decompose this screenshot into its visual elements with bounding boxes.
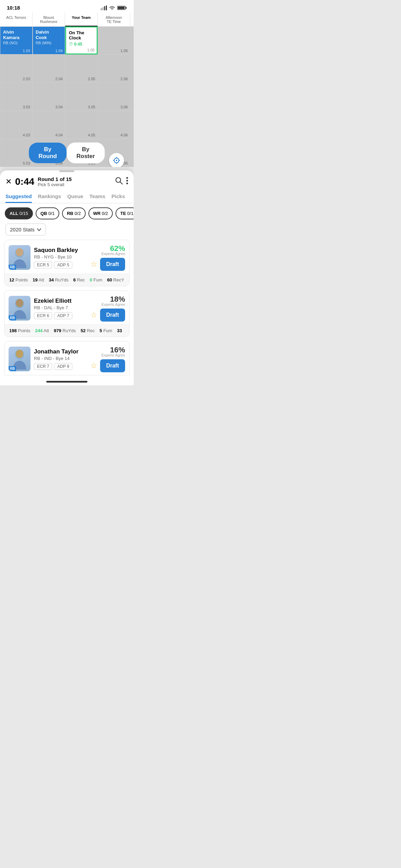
elliott-stats: 198 Points 244 Att 979 RuYds 52 Rec 5 Fu… [4, 324, 129, 337]
status-time: 10:18 [7, 5, 20, 11]
svg-rect-1 [102, 7, 104, 10]
draft-cell-4-2: 4.04 [33, 111, 65, 139]
tab-queue[interactable]: Queue [67, 190, 83, 203]
team-header-britt: Britt tBulle... [130, 13, 134, 26]
draft-cell-1-5 [130, 26, 134, 55]
player-name-cook: DalvinCook [36, 29, 62, 40]
draft-cell-1-4: 1.06 [98, 26, 130, 55]
taylor-star-button[interactable]: ☆ [90, 361, 97, 370]
pick-1-4: 1.06 [121, 49, 128, 53]
pos-filter-wr[interactable]: WR 0/2 [88, 207, 113, 219]
panel-more-button[interactable] [126, 177, 128, 186]
clock-icon: ⏱ [69, 42, 73, 47]
more-icon [126, 177, 128, 184]
svg-rect-2 [104, 6, 105, 10]
barkley-stats: 12 Points 19 Att 34 RuYds 6 Rec 0 Fum 60… [4, 274, 129, 286]
draft-cell-3-2: 3.04 [33, 83, 65, 111]
player-card-barkley-top: RB Saquon Barkley RB - NYG - Bye 10 ECR … [4, 240, 129, 274]
draft-cell-2-5 [130, 55, 134, 83]
svg-rect-5 [126, 7, 127, 9]
taylor-tags: ECR 7 ADP 9 [34, 363, 90, 370]
position-filters: ALL 0/15 QB 0/1 RB 0/2 WR 0/2 TE 0/1 FLX… [0, 203, 134, 224]
player-avatar-barkley: RB [9, 245, 31, 270]
on-clock-time: 0:45 [74, 42, 82, 47]
tab-picks[interactable]: Picks [111, 190, 125, 203]
barkley-star-button[interactable]: ☆ [90, 260, 97, 269]
draft-cell-4-3: 4.05 [65, 111, 98, 139]
pos-filter-qb[interactable]: QB 0/1 [36, 207, 59, 219]
draft-cell-5-5 [130, 139, 134, 167]
draft-cell-2-2: 2.04 [33, 55, 65, 83]
elliott-star-button[interactable]: ☆ [90, 311, 97, 320]
taylor-pos-badge: RB [9, 366, 16, 371]
taylor-agree-label: Experts Agree [101, 353, 125, 357]
tab-rankings[interactable]: Rankings [38, 190, 61, 203]
tab-teams[interactable]: Teams [89, 190, 105, 203]
stat-item: 12 Points [9, 277, 28, 282]
team-header-acl: ACL Terrors [0, 13, 33, 26]
stats-dropdown[interactable]: 2020 Stats [5, 224, 46, 236]
barkley-draft-button[interactable]: Draft [100, 258, 125, 271]
on-clock-pick: 1.05 [87, 48, 95, 52]
svg-point-21 [16, 299, 23, 307]
team-header-afternoon: AfternoonTE Time [98, 13, 130, 26]
crosshair-button[interactable] [109, 153, 124, 167]
stat-item: 60 RecY [107, 277, 124, 282]
battery-icon [117, 5, 127, 10]
draft-cell-4-1: 4.03 [0, 111, 33, 139]
tab-suggested[interactable]: Suggested [5, 190, 32, 203]
pick-num-kamara: 1.03 [23, 49, 30, 53]
svg-line-14 [120, 182, 123, 184]
svg-point-8 [116, 160, 117, 161]
by-round-button[interactable]: By Round [29, 143, 66, 163]
pick-num-cook: 1.04 [56, 49, 63, 53]
elliott-pos-badge: RB [9, 315, 16, 321]
panel-close-button[interactable]: ✕ [5, 177, 12, 186]
barkley-name: Saquon Barkley [34, 247, 90, 254]
panel-timer: 0:44 [15, 176, 34, 187]
barkley-ecr: ECR 5 [34, 262, 52, 268]
team-header-your: Your Team [65, 13, 98, 26]
svg-point-17 [126, 183, 128, 184]
pos-filter-rb[interactable]: RB 0/2 [62, 207, 85, 219]
stats-dropdown-label: 2020 Stats [10, 227, 35, 232]
player-pos-kamara: RB (NO) [3, 41, 29, 45]
player-avatar-elliott: RB [9, 296, 31, 321]
crosshair-icon [113, 157, 120, 164]
chevron-down-icon [37, 228, 41, 231]
draft-row-2: 2.03 2.04 2.05 2.06 [0, 55, 134, 83]
player-info-taylor: Jonathan Taylor RB - IND - Bye 14 ECR 7 … [31, 348, 90, 370]
elliott-draft-button[interactable]: Draft [100, 309, 125, 322]
elliott-adp: ADP 7 [54, 312, 72, 319]
svg-rect-0 [101, 8, 102, 10]
player-right-elliott: 18% Experts Agree ☆ Draft [90, 295, 125, 322]
elliott-ecr: ECR 6 [34, 312, 52, 319]
player-name-kamara: AlvinKamara [3, 29, 29, 40]
panel-pick: Pick 5 overall [38, 182, 112, 187]
elliott-tags: ECR 6 ADP 7 [34, 312, 90, 319]
draft-cell-1-1[interactable]: AlvinKamara RB (NO) 1.03 [0, 26, 33, 55]
draft-cell-1-2[interactable]: DalvinCook RB (MIN) 1.04 [33, 26, 65, 55]
taylor-adp: ADP 9 [54, 363, 72, 370]
player-right-taylor: 16% Experts Agree ☆ Draft [90, 346, 125, 372]
pos-filter-te[interactable]: TE 0/1 [116, 207, 134, 219]
panel-header: ✕ 0:44 Round 1 of 15 Pick 5 overall [0, 172, 134, 190]
taylor-draft-button[interactable]: Draft [100, 359, 125, 372]
draft-cell-3-3: 3.05 [65, 83, 98, 111]
barkley-adp: ADP 5 [54, 262, 72, 268]
toggle-bar: By Round By Roster [29, 142, 105, 164]
status-bar: 10:18 [0, 0, 134, 13]
pos-filter-all[interactable]: ALL 0/15 [5, 207, 33, 219]
draft-cell-on-clock[interactable]: On TheClock ⏱ 0:45 1.05 [65, 26, 98, 55]
player-card-elliott-top: RB Ezekiel Elliott RB - DAL - Bye 7 ECR … [4, 291, 129, 324]
panel-search-button[interactable] [115, 177, 123, 186]
stat-item: 244 Att [35, 328, 49, 333]
stat-item: 33 [117, 328, 122, 333]
svg-point-23 [16, 350, 23, 358]
on-clock-label: On TheClock [69, 30, 94, 40]
by-roster-button[interactable]: By Roster [66, 142, 105, 164]
team-header-blount: BlountRushmore [33, 13, 65, 26]
stat-item: 34 RuYds [49, 277, 69, 282]
player-card-elliott: RB Ezekiel Elliott RB - DAL - Bye 7 ECR … [4, 290, 130, 337]
panel-round-info: Round 1 of 15 Pick 5 overall [38, 176, 112, 187]
